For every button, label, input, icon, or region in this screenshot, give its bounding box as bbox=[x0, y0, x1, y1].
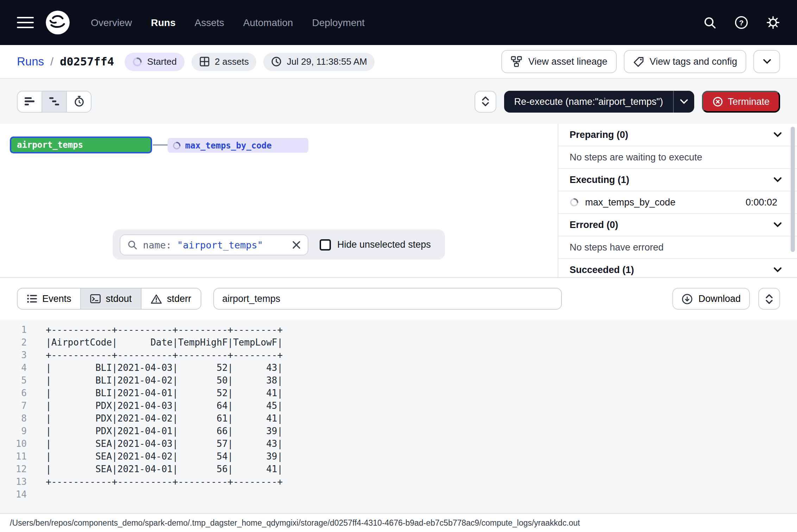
tab-stdout[interactable]: stdout bbox=[81, 288, 142, 310]
line-number: 12 bbox=[0, 463, 27, 476]
dagster-logo-icon bbox=[44, 9, 71, 36]
reexecute-button[interactable]: Re-execute (name:"airport_temps") bbox=[504, 90, 694, 112]
search-icon bbox=[127, 240, 137, 249]
log-line: 2|AirportCode| Date|TempHighF|TempLowF| bbox=[0, 336, 797, 349]
line-content: | BLI|2021-04-01| 52| 41| bbox=[46, 387, 283, 400]
tab-events-label: Events bbox=[42, 293, 71, 304]
log-line: 8| PDX|2021-04-02| 61| 41| bbox=[0, 412, 797, 425]
log-tabs: Events stdout stderr bbox=[17, 288, 201, 310]
view-mode-toggle bbox=[17, 90, 92, 112]
stdout-log-view[interactable]: 1+-----------+----------+---------+-----… bbox=[0, 319, 797, 513]
view-tags-config-button[interactable]: View tags and config bbox=[623, 50, 746, 73]
section-title: Executing (1) bbox=[570, 175, 629, 185]
hide-unselected-checkbox[interactable] bbox=[320, 239, 331, 250]
run-header-actions: View asset lineage View tags and config bbox=[502, 50, 780, 73]
help-icon[interactable]: ? bbox=[734, 15, 748, 30]
log-filter-input[interactable] bbox=[213, 288, 561, 310]
section-title: Errored (0) bbox=[570, 220, 618, 230]
view-asset-lineage-button[interactable]: View asset lineage bbox=[502, 50, 617, 73]
line-number: 1 bbox=[0, 324, 27, 336]
log-line: 9| PDX|2021-04-01| 66| 39| bbox=[0, 425, 797, 438]
hide-unselected-control[interactable]: Hide unselected steps bbox=[320, 239, 431, 250]
line-content: | PDX|2021-04-03| 64| 45| bbox=[46, 400, 283, 412]
breadcrumb-runs-link[interactable]: Runs bbox=[17, 55, 44, 68]
step-node-airport-temps[interactable]: airport_temps bbox=[10, 137, 152, 153]
log-line: 5| BLI|2021-04-02| 50| 38| bbox=[0, 374, 797, 387]
view-tags-config-label: View tags and config bbox=[649, 56, 737, 67]
expand-log-button[interactable] bbox=[758, 288, 780, 310]
line-number: 8 bbox=[0, 412, 27, 425]
panel-section-preparing[interactable]: Preparing (0) bbox=[558, 124, 797, 146]
gear-icon[interactable] bbox=[766, 15, 780, 30]
reexecute-dropdown[interactable] bbox=[673, 90, 694, 112]
warning-triangle-icon bbox=[151, 294, 162, 304]
download-icon bbox=[682, 293, 693, 304]
run-more-actions-button[interactable] bbox=[753, 50, 780, 73]
spinner-icon bbox=[132, 57, 142, 66]
nav-runs[interactable]: Runs bbox=[151, 17, 176, 28]
flat-view-icon bbox=[24, 96, 35, 106]
grid-icon bbox=[199, 56, 210, 67]
clear-query-icon[interactable] bbox=[292, 240, 301, 249]
assets-badge[interactable]: 2 assets bbox=[192, 52, 257, 71]
timestamp-badge: Jul 29, 11:38:55 AM bbox=[264, 52, 375, 71]
step-node-label: airport_temps bbox=[17, 140, 83, 150]
terminal-icon bbox=[90, 294, 101, 303]
lineage-icon bbox=[511, 56, 523, 68]
step-query-input[interactable]: name:"airport_temps" bbox=[120, 234, 308, 255]
terminate-button[interactable]: Terminate bbox=[702, 90, 780, 112]
line-content: | BLI|2021-04-02| 50| 38| bbox=[46, 374, 283, 387]
line-number: 13 bbox=[0, 476, 27, 488]
chevron-down-icon bbox=[774, 267, 782, 272]
step-elapsed-time: 0:00:02 bbox=[746, 197, 777, 208]
line-number: 10 bbox=[0, 438, 27, 450]
log-line: 13+-----------+----------+---------+----… bbox=[0, 476, 797, 488]
breadcrumb-separator: / bbox=[50, 55, 54, 68]
expand-collapse-icon bbox=[765, 293, 773, 304]
line-number: 2 bbox=[0, 336, 27, 349]
panel-section-executing[interactable]: Executing (1) bbox=[558, 169, 797, 191]
expand-gantt-button[interactable] bbox=[475, 90, 497, 112]
tab-events[interactable]: Events bbox=[17, 288, 81, 310]
step-node-max-temps-by-code[interactable]: max_temps_by_code bbox=[168, 138, 308, 153]
query-value: "airport_temps" bbox=[177, 239, 263, 250]
nav-assets[interactable]: Assets bbox=[195, 17, 224, 28]
log-line: 11| SEA|2021-04-02| 54| 39| bbox=[0, 450, 797, 463]
nav-overview[interactable]: Overview bbox=[91, 17, 132, 28]
step-node-label: max_temps_by_code bbox=[185, 140, 272, 150]
executing-step-row[interactable]: max_temps_by_code 0:00:02 bbox=[558, 191, 797, 214]
nav-automation[interactable]: Automation bbox=[243, 17, 293, 28]
tag-icon bbox=[633, 56, 644, 67]
stopwatch-icon bbox=[74, 96, 84, 107]
line-content: | SEA|2021-04-03| 57| 43| bbox=[46, 438, 283, 450]
line-number: 3 bbox=[0, 349, 27, 362]
gantt-flat-view-button[interactable] bbox=[17, 90, 42, 112]
chevron-down-icon bbox=[680, 99, 688, 104]
line-number: 4 bbox=[0, 362, 27, 374]
download-button[interactable]: Download bbox=[672, 288, 750, 310]
panel-scrollbar[interactable] bbox=[791, 127, 795, 252]
log-line: 1+-----------+----------+---------+-----… bbox=[0, 324, 797, 336]
panel-section-errored[interactable]: Errored (0) bbox=[558, 214, 797, 236]
panel-section-succeeded[interactable]: Succeeded (1) bbox=[558, 259, 797, 277]
gantt-waterfall-view-button[interactable] bbox=[42, 90, 67, 112]
menu-icon[interactable] bbox=[17, 17, 34, 28]
chevron-down-icon bbox=[774, 177, 782, 182]
line-content: | SEA|2021-04-01| 56| 41| bbox=[46, 463, 283, 476]
search-icon[interactable] bbox=[703, 16, 717, 29]
dagster-logo[interactable] bbox=[44, 9, 71, 36]
log-line: 10| SEA|2021-04-03| 57| 43| bbox=[0, 438, 797, 450]
step-filter-bar: name:"airport_temps" Hide unselected ste… bbox=[113, 229, 445, 260]
run-toolbar-actions: Re-execute (name:"airport_temps") Termin… bbox=[475, 90, 780, 112]
timer-view-button[interactable] bbox=[66, 90, 92, 112]
log-line: 7| PDX|2021-04-03| 64| 45| bbox=[0, 400, 797, 412]
errored-empty-row: No steps have errored bbox=[558, 236, 797, 259]
spinner-icon bbox=[570, 198, 579, 207]
download-label: Download bbox=[698, 293, 741, 304]
status-bar: /Users/ben/repos/components_demo/spark-d… bbox=[0, 513, 797, 532]
line-number: 9 bbox=[0, 425, 27, 438]
run-header: Runs / d0257ff4 Started 2 assets Jul 29,… bbox=[0, 45, 797, 79]
nav-deployment[interactable]: Deployment bbox=[312, 17, 364, 28]
dependency-edge bbox=[153, 144, 168, 146]
tab-stderr[interactable]: stderr bbox=[141, 288, 201, 310]
